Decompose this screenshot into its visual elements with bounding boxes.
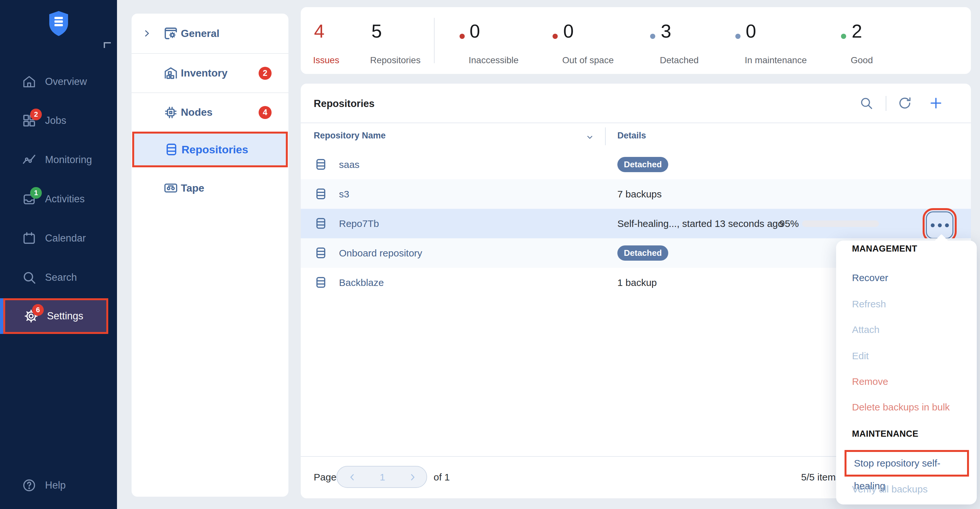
self-healing-status-text: Self-healing..., started 13 seconds ago [617,218,783,229]
sidebar-item-monitoring[interactable]: Monitoring [0,142,117,178]
items-count-label: 5/5 items [801,472,841,483]
subnav-item-label: Tape [181,182,204,194]
calendar-icon [22,231,37,246]
pagination-control: 1 [336,466,427,488]
database-icon [314,157,328,171]
repository-context-menu: MANAGEMENT Recover Refresh Attach Edit R… [836,241,977,504]
menu-item-attach: Attach [836,317,977,343]
activities-badge: 1 [30,187,42,199]
sidebar-item-help[interactable]: Help [0,468,117,503]
status-badge-detached: Detached [617,157,668,172]
in-maintenance-label: In maintenance [745,55,807,65]
menu-item-remove[interactable]: Remove [836,369,977,394]
next-page-icon[interactable] [408,472,417,482]
repository-name: saas [339,159,360,170]
repository-name: Onboard repository [339,248,422,259]
app-sidebar: Overview 2 Jobs Monitoring 1 Activ [0,0,117,509]
sidebar-item-label: Monitoring [45,154,92,166]
gear-icon: 6 [24,309,38,324]
menu-item-recover[interactable]: Recover [836,265,977,291]
subnav-item-label: Repositories [181,143,248,156]
menu-section-management: MANAGEMENT [852,244,918,254]
column-header-repository-name[interactable]: Repository Name [314,131,386,141]
issues-label: Issues [313,55,339,65]
repositories-count: 5 [371,20,382,42]
menu-item-edit: Edit [836,343,977,369]
search-icon[interactable] [859,96,873,110]
detached-status-dot [650,34,655,39]
subnav-item-general[interactable]: General [132,14,288,53]
activities-inbox-icon: 1 [22,191,37,206]
monitoring-pulse-icon [22,152,37,167]
self-healing-progress-bar [802,220,879,227]
table-row-s3[interactable]: s3 7 backups [301,179,971,209]
subnav-item-tape[interactable]: Tape [132,169,288,207]
row-actions-ellipsis-button[interactable] [926,211,953,239]
page-of-label: of 1 [434,472,450,483]
general-gear-window-icon [163,26,178,41]
database-icon [314,187,328,201]
subnav-item-label: General [181,27,220,40]
subnav-item-nodes[interactable]: Nodes 4 [132,93,288,132]
menu-item-delete-backups-in-bulk[interactable]: Delete backups in bulk [836,394,977,420]
subnav-item-label: Inventory [181,67,228,79]
out-of-space-status-dot [552,34,558,39]
settings-subnav: General Inventory 2 Nodes 4 Repositories [132,14,288,497]
sidebar-item-overview[interactable]: Overview [0,64,117,99]
in-maintenance-status-dot [735,34,740,39]
database-icon [314,216,328,230]
sidebar-item-settings[interactable]: 6 Settings [3,298,108,334]
refresh-icon[interactable] [898,96,912,110]
sidebar-item-label: Search [45,272,77,283]
inventory-warehouse-icon [163,65,178,81]
table-row-saas[interactable]: saas Detached [301,150,971,179]
repository-details: 1 backup [617,277,657,288]
toolbar-divider [886,96,886,111]
collapse-corner-icon[interactable] [104,42,111,48]
table-row-repo7tb[interactable]: Repo7Tb Self-healing..., started 13 seco… [301,209,971,238]
column-divider [605,128,606,145]
page-label: Page [314,472,336,483]
sort-chevron-down-icon[interactable] [585,133,594,141]
out-of-space-label: Out of space [562,55,614,65]
subnav-item-repositories[interactable]: Repositories [132,132,288,167]
issues-count: 4 [314,20,325,42]
menu-section-maintenance: MAINTENANCE [852,429,918,439]
nodes-badge: 4 [259,106,272,119]
inaccessible-status-dot [460,34,465,39]
repository-details: 7 backups [617,189,662,200]
repository-name: Backblaze [339,277,384,288]
search-icon [22,270,37,285]
add-repository-icon[interactable] [929,96,943,110]
sidebar-item-calendar[interactable]: Calendar [0,220,117,256]
menu-item-refresh: Refresh [836,291,977,317]
self-healing-percent: 95% [780,218,799,229]
repositories-label: Repositories [370,55,421,65]
good-label: Good [851,55,873,65]
home-icon [22,74,37,89]
sidebar-item-label: Activities [45,193,84,205]
database-icon [164,142,179,157]
repository-name: Repo7Tb [339,218,379,229]
sidebar-item-label: Overview [45,76,87,88]
app-logo-shield-icon [47,10,70,37]
inaccessible-label: Inaccessible [469,55,519,65]
settings-badge: 6 [32,304,44,316]
panel-title: Repositories [314,98,375,110]
sidebar-item-label: Help [45,480,66,491]
subnav-item-label: Nodes [181,106,213,118]
sidebar-item-search[interactable]: Search [0,260,117,295]
column-header-details[interactable]: Details [617,131,646,141]
menu-item-stop-repository-self-healing[interactable]: Stop repository self-healing [845,450,969,477]
help-question-icon [22,478,37,493]
chevron-right-icon[interactable] [142,29,152,38]
menu-item-verify-all-backups: Verify all backups [836,476,977,502]
subnav-item-inventory[interactable]: Inventory 2 [132,54,288,93]
sidebar-item-jobs[interactable]: 2 Jobs [0,103,117,139]
nodes-chip-icon [163,105,178,120]
in-maintenance-count: 0 [746,20,756,42]
sidebar-item-activities[interactable]: 1 Activities [0,181,117,217]
inaccessible-count: 0 [469,20,480,42]
out-of-space-count: 0 [563,20,574,42]
database-icon [314,275,328,289]
